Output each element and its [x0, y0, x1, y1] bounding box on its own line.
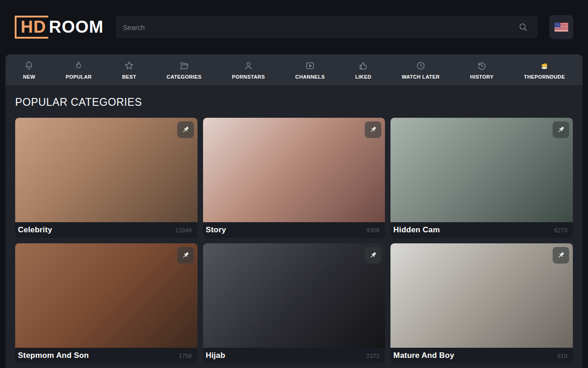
category-title: Celebrity	[18, 225, 52, 235]
search-icon[interactable]	[518, 22, 528, 32]
person-icon	[243, 60, 254, 71]
site-header: HD ROOM	[0, 0, 588, 54]
pin-button[interactable]	[553, 121, 569, 138]
nav-item-history[interactable]: HISTORY	[465, 54, 498, 85]
category-thumbnail[interactable]	[15, 243, 198, 348]
category-card-hijab[interactable]: Hijab 2372	[203, 243, 385, 363]
pin-button[interactable]	[365, 121, 381, 138]
category-count: 9306	[366, 227, 379, 234]
card-meta: Story 9306	[203, 222, 385, 238]
main-nav: NEW POPULAR BEST CATEGORIES	[6, 54, 582, 85]
content-area: POPULAR CATEGORIES Celebrity 12846	[6, 85, 582, 363]
card-meta: Mature And Boy 819	[390, 348, 573, 363]
nav-item-label: LIKED	[355, 74, 371, 80]
card-meta: Hidden Cam 6273	[390, 222, 573, 238]
nav-item-pornstars[interactable]: PORNSTARS	[227, 54, 270, 85]
category-card-celebrity[interactable]: Celebrity 12846	[15, 118, 198, 238]
logo-room-text: ROOM	[49, 17, 103, 37]
category-count: 1756	[179, 352, 192, 359]
category-thumbnail[interactable]	[203, 243, 385, 348]
nav-item-label: BEST	[122, 74, 136, 80]
page-title: POPULAR CATEGORIES	[15, 96, 573, 109]
category-title: Story	[206, 225, 226, 235]
nav-item-label: THEPORNDUDE	[524, 74, 565, 80]
search-input[interactable]	[116, 16, 537, 38]
category-count: 6273	[554, 227, 567, 234]
nav-item-channels[interactable]: CHANNELS	[291, 54, 329, 85]
nav-item-popular[interactable]: POPULAR	[61, 54, 96, 85]
category-grid: Celebrity 12846 Story 9306	[15, 118, 573, 363]
nav-item-categories[interactable]: CATEGORIES	[162, 54, 206, 85]
category-title: Stepmom And Son	[18, 351, 89, 360]
pushpin-icon	[368, 251, 378, 260]
card-meta: Celebrity 12846	[15, 222, 198, 238]
pushpin-icon	[556, 251, 565, 260]
play-square-icon	[305, 60, 316, 71]
pin-button[interactable]	[365, 247, 381, 264]
nav-item-new[interactable]: NEW	[18, 54, 40, 85]
bell-icon	[23, 60, 34, 71]
category-title: Hidden Cam	[393, 225, 440, 235]
pushpin-icon	[556, 125, 565, 134]
language-selector-button[interactable]	[549, 15, 573, 39]
us-flag-icon	[554, 23, 568, 32]
pin-button[interactable]	[177, 121, 194, 138]
category-thumbnail[interactable]	[390, 118, 573, 222]
clock-icon	[415, 60, 426, 71]
flame-icon	[73, 60, 84, 71]
history-icon	[476, 60, 487, 71]
pushpin-icon	[368, 125, 378, 134]
nav-item-label: POPULAR	[66, 74, 92, 80]
site-logo[interactable]: HD ROOM	[15, 16, 104, 39]
pin-button[interactable]	[553, 247, 569, 264]
nav-item-liked[interactable]: LIKED	[351, 54, 376, 85]
thumbs-up-icon	[358, 60, 369, 71]
nav-item-label: HISTORY	[470, 74, 493, 80]
category-count: 12846	[175, 227, 192, 234]
nav-item-watch-later[interactable]: WATCH LATER	[397, 54, 444, 85]
category-title: Mature And Boy	[393, 351, 454, 360]
flag-canton	[554, 23, 560, 28]
pushpin-icon	[181, 125, 190, 134]
star-icon	[124, 60, 135, 71]
category-count: 2372	[366, 352, 379, 359]
nav-item-label: CATEGORIES	[167, 74, 202, 80]
dude-icon	[539, 60, 550, 71]
nav-item-label: PORNSTARS	[232, 74, 265, 80]
nav-item-label: NEW	[23, 74, 35, 80]
category-card-hidden-cam[interactable]: Hidden Cam 6273	[390, 118, 573, 238]
folder-icon	[179, 60, 190, 71]
main-panel: NEW POPULAR BEST CATEGORIES	[6, 54, 582, 368]
category-card-story[interactable]: Story 9306	[203, 118, 385, 238]
pin-button[interactable]	[177, 247, 194, 264]
category-card-mature-and-boy[interactable]: Mature And Boy 819	[390, 243, 573, 363]
card-meta: Stepmom And Son 1756	[15, 348, 198, 363]
search-bar	[116, 16, 537, 38]
category-card-stepmom-and-son[interactable]: Stepmom And Son 1756	[15, 243, 198, 363]
card-meta: Hijab 2372	[203, 348, 385, 363]
logo-hd-text: HD	[15, 16, 48, 39]
category-thumbnail[interactable]	[15, 118, 198, 222]
category-title: Hijab	[206, 351, 226, 360]
category-thumbnail[interactable]	[390, 243, 573, 348]
category-count: 819	[557, 352, 567, 359]
nav-item-theporndude[interactable]: THEPORNDUDE	[520, 54, 570, 85]
nav-item-label: WATCH LATER	[401, 74, 440, 80]
nav-item-label: CHANNELS	[295, 74, 325, 80]
pushpin-icon	[181, 251, 190, 260]
nav-item-best[interactable]: BEST	[118, 54, 141, 85]
category-thumbnail[interactable]	[203, 118, 385, 222]
